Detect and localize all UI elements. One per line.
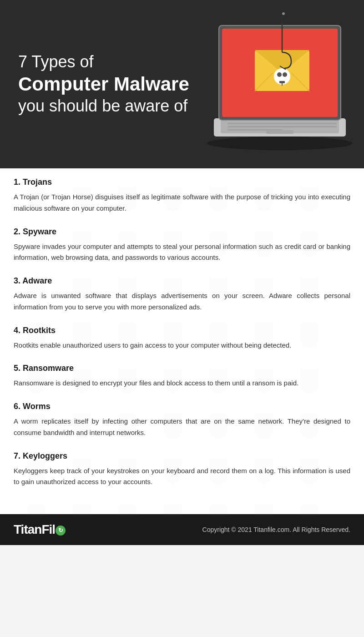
malware-item: 5. RansomwareRansomware is designed to e… — [14, 364, 350, 389]
malware-item: 6. WormsA worm replicates itself by infe… — [14, 402, 350, 439]
logo-text: TitanFil — [14, 522, 55, 536]
malware-item: 3. AdwareAdware is unwanted software tha… — [14, 276, 350, 313]
svg-rect-6 — [266, 130, 293, 134]
malware-title: 7. Keyloggers — [14, 451, 350, 461]
malware-title: 6. Worms — [14, 402, 350, 411]
malware-item: 7. KeyloggersKeyloggers keep track of yo… — [14, 451, 350, 488]
malware-title: 1. Trojans — [14, 177, 350, 187]
header-title-block: 7 Types of Computer Malware you should b… — [0, 33, 191, 135]
title-line3: you should be aware of — [18, 96, 191, 117]
malware-description: A worm replicates itself by infecting ot… — [14, 416, 350, 439]
svg-point-15 — [277, 72, 282, 77]
footer-logo: TitanFil↻ — [14, 522, 66, 537]
malware-title: 2. Spyware — [14, 227, 350, 237]
malware-description: Adware is unwanted software that display… — [14, 290, 350, 313]
malware-item: 2. SpywareSpyware invades your computer … — [14, 227, 350, 264]
svg-point-0 — [207, 136, 353, 150]
malware-item: 1. TrojansA Trojan (or Trojan Horse) dis… — [14, 177, 350, 214]
malware-title: 5. Ransomware — [14, 364, 350, 373]
svg-rect-4 — [228, 126, 337, 127]
title-line2: Computer Malware — [18, 73, 191, 96]
content-area: 1. TrojansA Trojan (or Trojan Horse) dis… — [0, 168, 364, 514]
malware-item: 4. RootkitsRootkits enable unauthorized … — [14, 326, 350, 351]
svg-line-21 — [282, 14, 283, 23]
svg-point-22 — [282, 12, 285, 15]
malware-title: 4. Rootkits — [14, 326, 350, 335]
malware-description: A Trojan (or Trojan Horse) disguises its… — [14, 192, 350, 214]
title-line1: 7 Types of — [18, 51, 191, 73]
malware-title: 3. Adware — [14, 276, 350, 286]
malware-description: Keyloggers keep track of your keystrokes… — [14, 465, 350, 488]
footer-copyright: Copyright © 2021 Titanfile.com. All Righ… — [202, 526, 350, 533]
malware-description: Rootkits enable unauthorized users to ga… — [14, 340, 350, 351]
svg-rect-3 — [228, 123, 337, 124]
logo-icon: ↻ — [56, 526, 66, 536]
header: 7 Types of Computer Malware you should b… — [0, 0, 364, 168]
svg-rect-17 — [279, 81, 285, 83]
laptop-illustration — [196, 9, 359, 159]
malware-description: Spyware invades your computer and attemp… — [14, 241, 350, 264]
malware-list: 1. TrojansA Trojan (or Trojan Horse) dis… — [14, 177, 350, 488]
malware-description: Ransomware is designed to encrypt your f… — [14, 378, 350, 389]
footer: TitanFil↻ Copyright © 2021 Titanfile.com… — [0, 514, 364, 545]
svg-point-16 — [283, 72, 287, 77]
